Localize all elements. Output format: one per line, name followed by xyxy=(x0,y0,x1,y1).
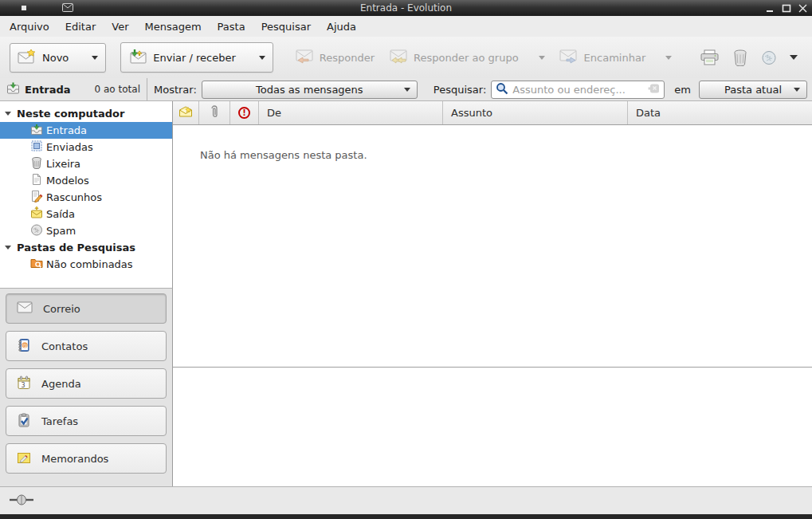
reply-all-dropdown-caret[interactable] xyxy=(539,56,545,60)
online-status-icon[interactable] xyxy=(10,494,33,508)
clear-search-icon[interactable] xyxy=(648,84,660,96)
folder-tree: Neste computador Entrada Enviadas Lixeir… xyxy=(0,101,173,288)
send-receive-icon xyxy=(128,49,147,66)
chevron-down-icon xyxy=(404,88,410,92)
junk-icon xyxy=(30,223,43,238)
print-button[interactable] xyxy=(693,44,726,71)
switcher-contatos[interactable]: @ Contatos xyxy=(6,331,167,361)
preview-pane xyxy=(173,367,812,486)
menu-pesquisar[interactable]: Pesquisar xyxy=(253,18,319,36)
chevron-down-icon xyxy=(794,88,800,92)
em-label: em xyxy=(674,84,691,96)
titlebar: Entrada - Evolution xyxy=(0,0,812,16)
trash-icon xyxy=(30,156,43,171)
folder-enviadas[interactable]: Enviadas xyxy=(0,139,172,155)
folder-entrada[interactable]: Entrada xyxy=(0,122,172,139)
search-folder-icon xyxy=(30,257,43,272)
reply-all-icon xyxy=(389,49,408,66)
statusbar xyxy=(0,486,812,514)
new-message-button[interactable]: Novo xyxy=(10,43,106,73)
search-icon xyxy=(496,82,508,97)
overflow-menu-icon[interactable] xyxy=(790,55,798,60)
menu-arquivo[interactable]: Arquivo xyxy=(2,18,57,36)
switcher-correio[interactable]: Correio xyxy=(6,293,167,324)
forward-button[interactable]: Encaminhar xyxy=(552,44,680,72)
switcher-label: Correio xyxy=(43,303,80,315)
filter-dropdown[interactable]: Todas as mensagens xyxy=(202,81,418,99)
empty-folder-message: Não há mensagens nesta pasta. xyxy=(200,149,812,161)
column-attachment[interactable] xyxy=(199,101,230,124)
folder-saida[interactable]: Saída xyxy=(0,206,172,222)
reply-all-button[interactable]: Responder ao grupo xyxy=(382,44,552,72)
tree-group-pastas-de-pesquisas[interactable]: Pastas de Pesquisas xyxy=(0,239,172,256)
reply-icon xyxy=(295,49,314,66)
reply-all-label: Responder ao grupo xyxy=(414,52,519,64)
menu-editar[interactable]: Editar xyxy=(57,18,104,36)
column-label: Data xyxy=(636,107,661,119)
column-assunto[interactable]: Assunto xyxy=(443,101,628,124)
switcher-agenda[interactable]: 3 Agenda xyxy=(6,368,167,399)
search-input[interactable] xyxy=(512,84,644,96)
new-message-dropdown-caret[interactable] xyxy=(92,56,98,60)
menu-ajuda[interactable]: Ajuda xyxy=(319,18,364,36)
column-label: Assunto xyxy=(451,107,492,119)
switcher-memorandos[interactable]: Memorandos xyxy=(6,443,167,474)
menu-mensagem[interactable]: Mensagem xyxy=(137,18,210,36)
mail-icon xyxy=(17,301,33,316)
junk-button[interactable] xyxy=(755,44,783,71)
switcher-tarefas[interactable]: Tarefas xyxy=(6,406,167,436)
expander-icon[interactable] xyxy=(5,112,11,116)
folder-label: Enviadas xyxy=(46,141,93,153)
folder-nao-combinadas[interactable]: Não combinadas xyxy=(0,256,172,273)
evolution-window: Entrada - Evolution Arquivo Editar Ver M… xyxy=(0,0,812,519)
delete-button[interactable] xyxy=(726,44,755,72)
folder-spam[interactable]: Spam xyxy=(0,222,172,239)
send-receive-button[interactable]: Enviar / receber xyxy=(120,42,273,73)
folder-lixeira[interactable]: Lixeira xyxy=(0,155,172,172)
search-scope-value: Pasta atual xyxy=(724,84,782,96)
svg-text:3: 3 xyxy=(21,381,25,388)
templates-icon xyxy=(30,173,43,188)
minimize-button[interactable] xyxy=(766,4,775,13)
column-priority[interactable]: ! xyxy=(230,101,259,124)
filter-dropdown-value: Todas as mensagens xyxy=(256,84,363,96)
column-data[interactable]: Data xyxy=(628,101,812,124)
switcher-label: Contatos xyxy=(41,340,88,352)
toolbar: Novo Enviar / receber Responder Responde… xyxy=(0,37,812,78)
send-receive-label: Enviar / receber xyxy=(153,52,236,64)
message-list-header: ! De Assunto Data xyxy=(173,101,812,125)
drafts-icon xyxy=(30,190,43,205)
send-receive-dropdown-caret[interactable] xyxy=(259,56,265,60)
forward-label: Encaminhar xyxy=(584,52,646,64)
search-bar: Mostrar: Todas as mensagens Pesquisar: e… xyxy=(147,78,812,100)
new-message-icon xyxy=(18,49,37,66)
pesquisar-label: Pesquisar: xyxy=(433,84,487,96)
close-button[interactable] xyxy=(798,4,807,13)
menu-ver[interactable]: Ver xyxy=(104,18,136,36)
bottom-edge-strip xyxy=(0,514,812,519)
search-box[interactable] xyxy=(491,81,665,99)
message-list[interactable]: Não há mensagens nesta pasta. xyxy=(173,125,812,367)
trash-icon xyxy=(732,49,748,66)
svg-text:@: @ xyxy=(22,341,28,348)
maximize-button[interactable] xyxy=(782,4,791,13)
folder-modelos[interactable]: Modelos xyxy=(0,172,172,189)
attachment-icon xyxy=(210,104,219,121)
expander-icon[interactable] xyxy=(5,246,11,250)
column-message-status[interactable] xyxy=(173,101,199,124)
folder-label: Modelos xyxy=(46,175,89,187)
outbox-icon xyxy=(30,206,43,222)
folder-label: Não combinadas xyxy=(46,258,133,270)
search-scope-dropdown[interactable]: Pasta atual xyxy=(699,81,807,99)
tree-group-label: Neste computador xyxy=(17,108,124,120)
calendar-icon: 3 xyxy=(17,375,31,392)
column-de[interactable]: De xyxy=(259,101,443,124)
switcher-label: Tarefas xyxy=(41,415,78,427)
column-label: De xyxy=(267,107,281,119)
tasks-icon xyxy=(17,413,31,430)
reply-button[interactable]: Responder xyxy=(288,44,382,72)
tree-group-neste-computador[interactable]: Neste computador xyxy=(0,105,172,122)
menu-pasta[interactable]: Pasta xyxy=(210,18,253,36)
folder-rascunhos[interactable]: Rascunhos xyxy=(0,189,172,206)
forward-dropdown-caret[interactable] xyxy=(665,56,672,60)
